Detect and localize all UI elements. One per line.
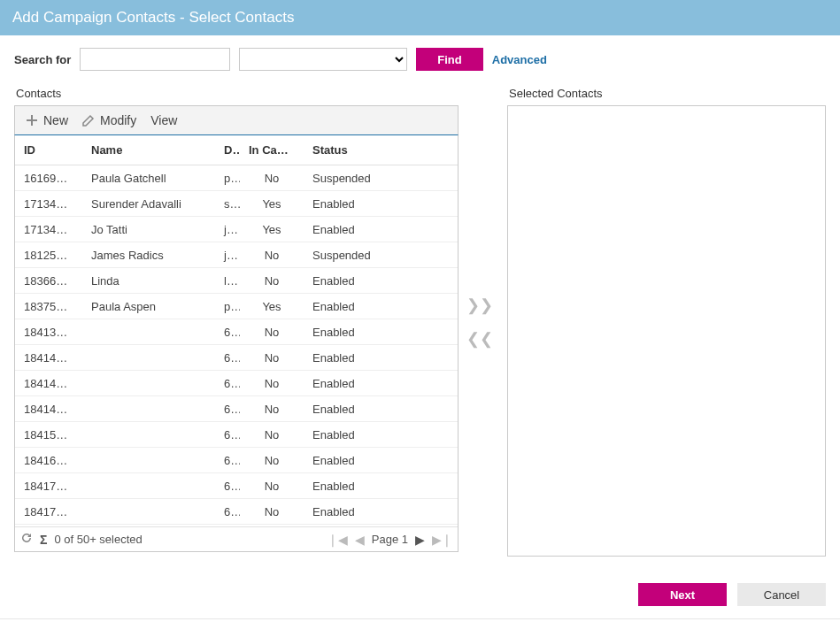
find-button[interactable]: Find [416, 48, 482, 71]
table-row[interactable]: 18415879064NoEnabled [15, 422, 458, 448]
next-button[interactable]: Next [638, 583, 727, 606]
move-right-icon[interactable]: ❯❯ [466, 296, 493, 315]
sigma-icon[interactable]: Σ [40, 533, 47, 547]
cell-in-camp: No [240, 274, 304, 288]
cell-de: ja [215, 249, 240, 262]
grid-header: ID Name De In Camp… Status [15, 135, 458, 165]
table-row[interactable]: 18413354964NoEnabled [15, 319, 458, 345]
cell-name: Jo Tatti [82, 223, 215, 236]
cell-id: 171343254 [15, 197, 82, 211]
cell-de: 64 [215, 428, 240, 442]
table-row[interactable]: 183753481Paula AspenpaYesEnabled [15, 294, 458, 319]
col-de[interactable]: De [215, 143, 240, 157]
cell-status: Enabled [304, 351, 401, 365]
cell-de: 64 [215, 351, 240, 365]
selected-panel: Selected Contacts [507, 87, 826, 557]
refresh-icon[interactable] [20, 532, 33, 547]
body-row: Contacts New Modify [14, 87, 826, 557]
cell-name: Paula Aspen [82, 300, 215, 313]
cell-status: Enabled [304, 223, 401, 236]
table-row[interactable]: 18417400664NoEnabled [15, 473, 458, 499]
col-status[interactable]: Status [304, 143, 401, 157]
table-row[interactable]: 183668905LindalinNoEnabled [15, 268, 458, 294]
grid-footer-right: ❘◀ ◀ Page 1 ▶ ▶❘ [328, 533, 452, 547]
col-id[interactable]: ID [15, 143, 82, 157]
cell-in-camp: No [240, 172, 304, 185]
page-label: Page 1 [372, 533, 408, 546]
cell-id: 184147646 [15, 403, 82, 416]
cell-id: 184158790 [15, 428, 82, 442]
cell-name: James Radics [82, 249, 215, 262]
cell-id: 184144414 [15, 377, 82, 390]
selection-text: 0 of 50+ selected [54, 533, 142, 546]
prev-page-icon[interactable]: ◀ [355, 533, 365, 547]
cell-status: Suspended [304, 172, 401, 185]
dialog-footer: Next Cancel [0, 571, 840, 618]
search-input[interactable] [80, 48, 230, 71]
modify-button[interactable]: Modify [77, 111, 142, 130]
first-page-icon[interactable]: ❘◀ [328, 533, 348, 547]
table-row[interactable]: 18414314264NoEnabled [15, 345, 458, 371]
cancel-button[interactable]: Cancel [737, 583, 826, 606]
view-label: View [150, 113, 177, 127]
col-name[interactable]: Name [82, 143, 215, 157]
grid-footer-left: Σ 0 of 50+ selected [20, 532, 143, 547]
cell-name: Linda [82, 274, 215, 288]
cell-in-camp: No [240, 505, 304, 518]
cell-de: pa [215, 300, 240, 313]
selected-listbox[interactable] [507, 105, 826, 557]
cell-id: 184168654 [15, 454, 82, 467]
table-row[interactable]: 16169408Paula GatchellpaNoSuspended [15, 165, 458, 191]
new-button[interactable]: New [20, 111, 73, 130]
cell-status: Enabled [304, 300, 401, 313]
cell-in-camp: Yes [240, 223, 304, 236]
table-row[interactable]: 18416865464NoEnabled [15, 448, 458, 473]
search-label: Search for [14, 53, 71, 66]
search-select[interactable] [239, 48, 407, 71]
cell-de: 64 [215, 377, 240, 390]
cell-status: Enabled [304, 454, 401, 467]
cell-de: 64 [215, 326, 240, 339]
cell-status: Enabled [304, 505, 401, 518]
table-row[interactable]: 18414441464NoEnabled [15, 371, 458, 396]
cell-in-camp: No [240, 480, 304, 493]
table-row[interactable]: 18417775264NoEnabled [15, 499, 458, 525]
cell-in-camp: Yes [240, 197, 304, 211]
grid-body[interactable]: 16169408Paula GatchellpaNoSuspended17134… [15, 165, 458, 526]
cell-name: Paula Gatchell [82, 172, 215, 185]
table-row[interactable]: 181254639James RadicsjaNoSuspended [15, 242, 458, 268]
cell-id: 184133549 [15, 326, 82, 339]
cell-de: 64 [215, 454, 240, 467]
move-left-icon[interactable]: ❮❮ [466, 329, 493, 349]
cell-id: 181254639 [15, 249, 82, 262]
advanced-link[interactable]: Advanced [492, 53, 547, 66]
cell-in-camp: No [240, 249, 304, 262]
view-button[interactable]: View [145, 111, 182, 130]
last-page-icon[interactable]: ▶❘ [432, 533, 452, 547]
cell-id: 184143142 [15, 351, 82, 365]
cell-de: su [215, 197, 240, 211]
table-row[interactable]: 171343254Surender AdavallisuYesEnabled [15, 191, 458, 217]
table-row[interactable]: 18414764664NoEnabled [15, 396, 458, 422]
cell-id: 183753481 [15, 300, 82, 313]
dialog-content: Search for Find Advanced Contacts New [0, 35, 840, 571]
next-page-icon[interactable]: ▶ [415, 533, 425, 547]
cell-status: Enabled [304, 274, 401, 288]
table-row[interactable]: 171343255Jo TattijoYesEnabled [15, 217, 458, 242]
contacts-grid: ID Name De In Camp… Status 16169408Paula… [14, 134, 459, 552]
cell-in-camp: No [240, 351, 304, 365]
cell-status: Enabled [304, 480, 401, 493]
contacts-panel: Contacts New Modify [14, 87, 459, 557]
cell-de: jo [215, 223, 240, 236]
cell-de: 64 [215, 505, 240, 518]
cell-in-camp: No [240, 428, 304, 442]
cell-status: Enabled [304, 377, 401, 390]
cell-in-camp: No [240, 377, 304, 390]
cell-name: Surender Adavalli [82, 197, 215, 211]
cell-status: Enabled [304, 403, 401, 416]
col-in-camp[interactable]: In Camp… [240, 143, 304, 157]
cell-de: 64 [215, 403, 240, 416]
grid-footer: Σ 0 of 50+ selected ❘◀ ◀ Page 1 ▶ ▶❘ [15, 526, 458, 551]
plus-icon [26, 114, 38, 127]
contacts-label: Contacts [16, 87, 459, 100]
